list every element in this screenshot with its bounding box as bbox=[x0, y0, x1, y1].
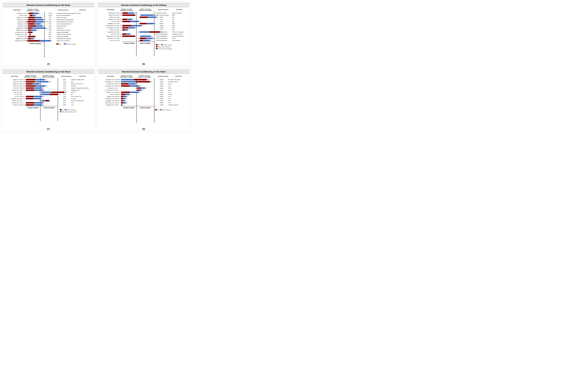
b-legend-donor-text: RIC for Donor or Recipient bbox=[158, 48, 172, 50]
header-cases-b2: RIC/Sham or Control bbox=[120, 10, 133, 11]
b-endpoint-12: iohexol GFR, eGFR bbox=[172, 36, 184, 37]
d-bar-ric-12 bbox=[121, 102, 123, 103]
c-n12: 69 bbox=[43, 89, 45, 91]
d-n1: 693 bbox=[118, 79, 120, 80]
b-n23: 307 bbox=[120, 36, 122, 37]
b-endpoint-3: CIN bbox=[172, 17, 174, 18]
b-author-2: Zarbock et al. 2015 bbox=[108, 14, 120, 16]
b-n3: 120 bbox=[120, 14, 122, 16]
d-n2: 692 bbox=[147, 79, 149, 80]
endpoint-1: Change of brain lesions/cognitive functi… bbox=[57, 13, 81, 14]
d-legend-sham-text: Sham or Control bbox=[162, 109, 171, 111]
b-bar-ric-5 bbox=[122, 21, 130, 22]
panel-d-chart: Author/Date Number of Cases RIC/Sham or … bbox=[98, 75, 189, 127]
c-n13: 120 bbox=[39, 92, 41, 93]
bar-ric-4 bbox=[28, 19, 35, 21]
c-author-8: Xu et al. 2014 bbox=[15, 94, 23, 95]
c-author-9: Liu et al. 2014 bbox=[14, 96, 23, 97]
legend-sham-a bbox=[64, 43, 66, 44]
d-author-9: Wagner et al. 2010 bbox=[107, 96, 118, 97]
panel-c-title: Remote Ischemia Conditioning on the Hear… bbox=[3, 70, 94, 74]
d-header-cases2b: Sham or Control/RIC bbox=[138, 76, 151, 78]
endpoint-14: Tissue risk of infarction bbox=[57, 40, 70, 41]
b-bar-sham-8 bbox=[129, 27, 135, 28]
d-endpoint-3: hsTnT bbox=[168, 83, 172, 84]
b-bar-ric-3 bbox=[140, 17, 148, 18]
c-n23: 77 bbox=[23, 102, 24, 103]
d-endpoint-12: cTnT bbox=[168, 102, 171, 103]
b-endpoint-14: Renal function bbox=[172, 40, 180, 41]
d-n8: 167 bbox=[140, 85, 142, 87]
b-n22: 24 bbox=[131, 33, 132, 35]
d-bar-ric-13 bbox=[121, 104, 122, 106]
b-bar-ric-9 bbox=[122, 29, 125, 31]
d-bar-ric-3 bbox=[121, 83, 128, 84]
b-legend-sham-text: Sham or Control bbox=[163, 44, 172, 46]
d-author-1: Meybohm et al. 2015 bbox=[106, 79, 118, 80]
b-scenario-12: LDR transplantation bbox=[156, 36, 167, 37]
c-positive-label: Positive Studies bbox=[27, 107, 39, 109]
c-author-13: Hoole et al. 2009 bbox=[13, 104, 23, 106]
author-row-11: Gonzalez et al. 2013 bbox=[15, 34, 27, 35]
c-scenario-8: SPCI bbox=[63, 94, 66, 95]
c-bar-ric-6 bbox=[26, 89, 35, 91]
d-n9: 48 bbox=[136, 87, 137, 89]
bar-sham-5 bbox=[36, 21, 43, 22]
scenario-5: CAS bbox=[49, 21, 51, 22]
d-bar-sham-12 bbox=[123, 102, 126, 103]
d-scenario-4: CABG bbox=[160, 85, 164, 87]
b-legend-donor bbox=[156, 48, 158, 49]
n-ric-8: 21 bbox=[26, 27, 28, 29]
d-endpoint-13: Cardiac enzymes bbox=[168, 104, 178, 106]
b-endpoint-7: ARD bbox=[172, 25, 175, 26]
c-scenario-6: PPCI bbox=[63, 89, 66, 91]
b-scenario-4: SPCI bbox=[160, 19, 163, 20]
c-legend-sham-text: Sham or Control bbox=[67, 109, 76, 111]
c-bar-ric-5 bbox=[26, 87, 34, 89]
c-bar-sham-10 bbox=[34, 98, 41, 99]
b-author-3: Balbir et al. 2016 bbox=[110, 17, 120, 18]
d-bar-sham-10 bbox=[123, 98, 125, 99]
bar-sham-4 bbox=[36, 19, 43, 21]
d-bar-ric-1 bbox=[134, 79, 147, 80]
c-author-2: Eitel et al. 2015 bbox=[14, 81, 23, 83]
b-author-1: Menting et al. 2015 bbox=[108, 12, 120, 14]
b-endpoint-6: ARD bbox=[172, 23, 175, 24]
c-scenario-7: SPCI bbox=[63, 92, 66, 93]
c-endpoint-2: MS bbox=[71, 81, 73, 83]
d-scenario-9: CABG bbox=[160, 96, 164, 97]
b-n19: 113 bbox=[138, 31, 140, 33]
n-ric-4: 34 bbox=[27, 19, 28, 21]
n-ric-10: 20 bbox=[27, 32, 28, 33]
c-endpoint-5: Edema, ST-segment resolution bbox=[71, 87, 89, 89]
d-n14: 80 bbox=[139, 92, 141, 93]
b-bar-sham-12 bbox=[140, 36, 151, 37]
c-n6: 40 bbox=[40, 83, 41, 84]
d-scenario-5: CABG bbox=[160, 87, 164, 89]
n-sham-6: 28 bbox=[41, 23, 42, 25]
d-endpoint-4: cTnI bbox=[168, 85, 171, 87]
c-endpoint-7: hscTnT bbox=[71, 92, 76, 93]
c-scenario-11: SPCI bbox=[63, 100, 66, 102]
author-row-6: Meng et al. 2015 bbox=[17, 23, 27, 25]
endpoint-7: Stroke/mRS/CBF bbox=[57, 25, 66, 27]
d-n17: 32 bbox=[118, 96, 119, 97]
endpoint-2: MFV of MCA/DHI/WMLs bbox=[57, 15, 71, 16]
b-bar-sham-1 bbox=[128, 12, 134, 14]
c-bar-sham-11 bbox=[41, 100, 45, 102]
b-scenario-10: DDR transplantation bbox=[156, 31, 167, 33]
d-n22: 22 bbox=[125, 100, 126, 102]
endpoint-11: ICP/MCA mean velocities bbox=[57, 34, 71, 35]
bar-sham-3 bbox=[35, 17, 41, 18]
header-author-a: Author/Date bbox=[13, 9, 20, 11]
c-n19: 47 bbox=[23, 98, 24, 99]
c-n25: 102 bbox=[23, 104, 25, 106]
c-n22: 47 bbox=[50, 100, 51, 102]
d-scenario-7: CABG bbox=[160, 92, 164, 93]
c-endpoint-4: MACCE bbox=[71, 85, 76, 87]
bar-ric-8 bbox=[28, 27, 32, 29]
c-bar-ric-1 bbox=[26, 79, 36, 80]
b-author-7: Zimmerman et al. 2011 bbox=[106, 25, 120, 26]
c-author-1: Aspar et al. 2018 bbox=[13, 79, 23, 80]
d-author-5: Young et al. 2012 bbox=[108, 87, 118, 89]
